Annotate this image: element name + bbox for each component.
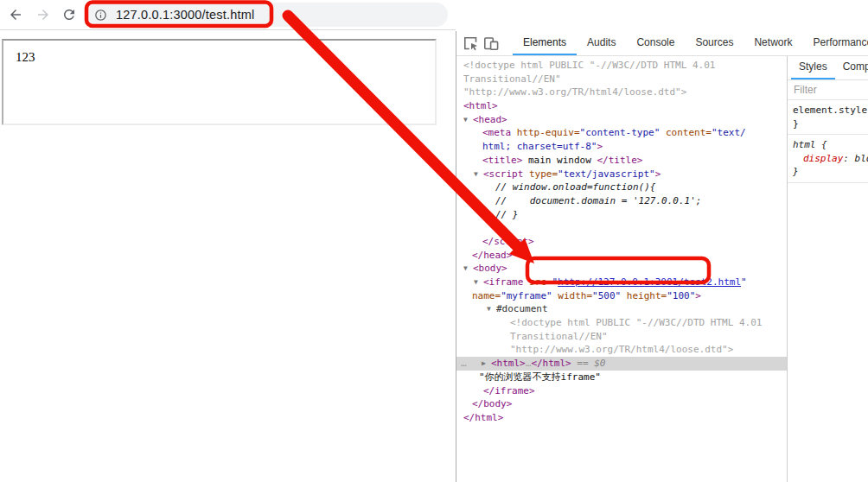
dom-tree-line[interactable]: Transitional//EN" bbox=[456, 73, 787, 86]
devtools-tab-network[interactable]: Network bbox=[744, 31, 802, 54]
devtools-tab-bar: ElementsAuditsConsoleSourcesNetworkPerfo… bbox=[513, 31, 868, 55]
devtools-panel: ElementsAuditsConsoleSourcesNetworkPerfo… bbox=[456, 31, 868, 482]
dom-tree-line[interactable]: // document.domain = '127.0.0.1'; bbox=[456, 194, 787, 208]
dom-tree-line[interactable]: "你的浏览器不支持iframe" bbox=[456, 371, 787, 384]
inspect-cursor-icon bbox=[463, 36, 478, 51]
url-bar[interactable]: 127.0.0.1:3000/test.html bbox=[85, 3, 448, 27]
dom-tree-line[interactable]: </body> bbox=[456, 397, 787, 411]
sidebar-tab-computed[interactable]: Computed bbox=[835, 56, 868, 78]
back-button[interactable] bbox=[8, 7, 23, 22]
style-rule-line[interactable]: html { bbox=[788, 138, 868, 152]
dom-tree-line[interactable]: html; charset=utf-8"> bbox=[456, 140, 787, 154]
back-arrow-icon bbox=[8, 7, 23, 22]
dom-tree-line[interactable]: ▼<body> bbox=[456, 262, 787, 276]
style-rule-line[interactable]: display: block bbox=[788, 152, 868, 166]
dom-tree-line[interactable]: // window.onload=function(){ bbox=[456, 181, 787, 194]
forward-arrow-icon bbox=[35, 7, 51, 22]
dom-tree-line[interactable]: <!doctype html PUBLIC "-//W3C//DTD HTML … bbox=[456, 59, 787, 73]
reload-icon bbox=[61, 7, 77, 22]
page-info-icon[interactable] bbox=[94, 9, 107, 22]
dom-tree-line[interactable]: <!doctype html PUBLIC "-//W3C//DTD HTML … bbox=[456, 316, 787, 330]
dom-tree-line[interactable]: </html> bbox=[456, 411, 787, 425]
dom-tree-line[interactable]: ▼<head> bbox=[456, 113, 787, 127]
device-toolbar-toggle-button[interactable] bbox=[483, 35, 499, 51]
dom-tree-line[interactable]: …▶<html>…</html> == $0 bbox=[456, 357, 787, 371]
browser-toolbar: 127.0.0.1:3000/test.html bbox=[0, 0, 456, 30]
devtools-tab-elements[interactable]: Elements bbox=[513, 31, 577, 55]
style-rule-line[interactable]: } bbox=[788, 117, 868, 131]
device-toolbar-icon bbox=[483, 36, 499, 51]
style-rule-section: element.style {} bbox=[788, 100, 868, 135]
elements-dom-tree: <!doctype html PUBLIC "-//W3C//DTD HTML … bbox=[456, 56, 788, 482]
forward-button[interactable] bbox=[35, 7, 51, 22]
dom-tree-line[interactable]: // } bbox=[456, 208, 787, 222]
dom-tree-line[interactable]: <title> main window </title> bbox=[456, 154, 787, 168]
devtools-tab-performance[interactable]: Performance bbox=[802, 31, 868, 54]
styles-rules-list: element.style {}html {display: block} bbox=[788, 100, 868, 183]
dom-tree-line[interactable]: </script> bbox=[456, 235, 787, 249]
style-rule-section: html {display: block} bbox=[788, 135, 868, 183]
dom-tree-line[interactable]: <meta http-equiv="content-type" content=… bbox=[456, 126, 787, 140]
devtools-tab-audits[interactable]: Audits bbox=[577, 31, 626, 54]
sidebar-tab-styles[interactable]: Styles bbox=[791, 56, 835, 79]
style-rule-line[interactable]: } bbox=[788, 165, 868, 179]
url-text: 127.0.0.1:3000/test.html bbox=[116, 8, 254, 22]
dom-tree-line[interactable]: name="myframe" width="500" height="100"> bbox=[456, 289, 787, 303]
dom-tree-line[interactable]: ▼#document bbox=[456, 302, 787, 316]
dom-tree-line[interactable]: "http://www.w3.org/TR/html4/loose.dtd"> bbox=[456, 343, 787, 357]
dom-tree-line[interactable]: ▼<script type="text/javascript"> bbox=[456, 168, 787, 181]
dom-tree-line[interactable]: <html> bbox=[456, 99, 787, 113]
dom-tree-line[interactable]: "http://www.w3.org/TR/html4/loose.dtd"> bbox=[456, 86, 787, 99]
inspect-element-button[interactable] bbox=[463, 35, 478, 51]
dom-tree-line[interactable]: ▼<iframe src="http://127.0.0.1:3001/test… bbox=[456, 276, 787, 289]
styles-sidebar: StylesComputed Filter element.style {}ht… bbox=[788, 56, 868, 482]
dom-tree-line[interactable] bbox=[456, 221, 787, 235]
devtools-tab-sources[interactable]: Sources bbox=[685, 31, 744, 54]
devtools-main: <!doctype html PUBLIC "-//W3C//DTD HTML … bbox=[456, 56, 868, 482]
style-rule-line[interactable]: element.style { bbox=[788, 104, 868, 117]
devtools-tab-console[interactable]: Console bbox=[626, 31, 685, 54]
page-content: 123 bbox=[0, 30, 456, 482]
dom-tree-line[interactable]: </head> bbox=[456, 249, 787, 263]
styles-sidebar-tab-bar: StylesComputed bbox=[788, 56, 868, 80]
iframe-body-text: 123 bbox=[3, 41, 435, 65]
reload-button[interactable] bbox=[61, 7, 77, 22]
devtools-toolbar: ElementsAuditsConsoleSourcesNetworkPerfo… bbox=[456, 31, 868, 56]
styles-filter-input[interactable]: Filter bbox=[788, 80, 868, 100]
dom-tree-line[interactable]: </iframe> bbox=[456, 384, 787, 398]
browser-window: 127.0.0.1:3000/test.html 123 Elem bbox=[0, 0, 868, 482]
iframe-element: 123 bbox=[2, 39, 437, 125]
dom-tree-line[interactable]: Transitional//EN" bbox=[456, 330, 787, 344]
